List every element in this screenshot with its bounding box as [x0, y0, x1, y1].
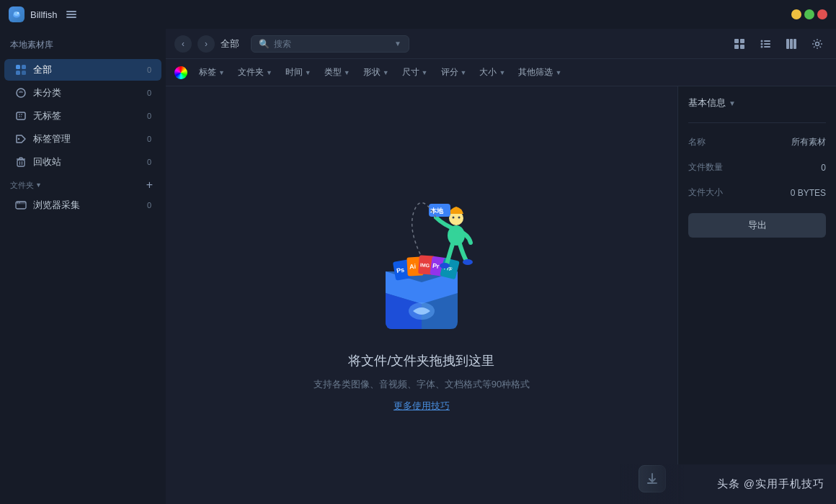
panel-label-size: 文件大小: [688, 186, 723, 199]
svg-rect-11: [17, 112, 25, 120]
content-and-panel: Ps Ai IMG Pr TTF: [166, 86, 836, 504]
panel-title-arrow: ▼: [729, 99, 736, 107]
tagmgr-icon: [14, 132, 27, 145]
svg-point-54: [463, 259, 473, 265]
sidebar-item-tagmgr[interactable]: 标签管理 0: [4, 128, 161, 150]
empty-state: Ps Ai IMG Pr TTF: [314, 178, 530, 413]
filter-filesize-button[interactable]: 大小 ▼: [473, 63, 511, 81]
panel-row-count: 文件数量 0: [688, 158, 826, 176]
close-button[interactable]: ✕: [817, 9, 827, 19]
color-wheel-icon[interactable]: [174, 66, 187, 79]
sidebar-item-uncat[interactable]: 未分类 0: [4, 82, 161, 104]
folders-label: 文件夹: [10, 180, 34, 191]
maximize-button[interactable]: □: [804, 9, 814, 19]
sidebar-item-tagmgr-count: 0: [140, 135, 151, 143]
main-content[interactable]: Ps Ai IMG Pr TTF: [166, 86, 677, 504]
filter-other-label: 其他筛选: [518, 66, 553, 78]
sidebar-item-browser-label: 浏览器采集: [33, 199, 140, 212]
panel-value-name: 所有素材: [791, 136, 826, 148]
search-icon: 🔍: [259, 39, 270, 49]
filter-tag-label: 标签: [199, 66, 216, 78]
menu-icon[interactable]: [66, 9, 78, 20]
svg-point-56: [458, 217, 461, 219]
filter-filesize-label: 大小: [479, 66, 497, 78]
filter-folder-button[interactable]: 文件夹 ▼: [232, 63, 278, 81]
filter-type-arrow: ▼: [344, 69, 350, 76]
filter-rating-button[interactable]: 评分 ▼: [435, 63, 473, 81]
filter-filesize-arrow: ▼: [499, 69, 505, 76]
sidebar-item-notag-label: 无标签: [33, 109, 140, 122]
svg-point-1: [14, 12, 19, 16]
view-columns-icon[interactable]: [781, 34, 801, 54]
filter-tag-button[interactable]: 标签 ▼: [193, 63, 231, 81]
svg-rect-27: [740, 39, 744, 43]
view-grid-icon[interactable]: [729, 34, 750, 54]
settings-icon[interactable]: [807, 34, 827, 54]
svg-rect-26: [734, 39, 739, 43]
svg-text:Pr: Pr: [432, 262, 440, 270]
svg-point-55: [453, 217, 455, 219]
filter-folder-label: 文件夹: [238, 66, 264, 78]
svg-rect-5: [66, 17, 76, 18]
svg-point-53: [440, 263, 450, 269]
forward-button[interactable]: ›: [197, 35, 215, 53]
sidebar-item-uncat-count: 0: [140, 89, 151, 97]
search-dropdown-arrow[interactable]: ▼: [394, 40, 401, 48]
panel-row-size: 文件大小 0 BYTES: [688, 184, 826, 202]
svg-rect-29: [740, 45, 744, 49]
title-bar-left: Billfish: [9, 6, 78, 22]
svg-rect-37: [790, 39, 793, 49]
empty-link[interactable]: 更多使用技巧: [393, 400, 450, 413]
search-input[interactable]: [274, 39, 390, 49]
sidebar-item-browser[interactable]: 浏览器采集 0: [4, 194, 161, 216]
minimize-button[interactable]: —: [791, 9, 801, 19]
panel-label-count: 文件数量: [688, 161, 723, 174]
view-list-icon[interactable]: [755, 34, 775, 54]
notag-icon: [14, 109, 27, 122]
panel-title-text: 基本信息: [688, 96, 726, 109]
panel-section-title: 基本信息 ▼: [688, 96, 826, 109]
search-box[interactable]: 🔍 ▼: [251, 35, 409, 53]
filter-shape-button[interactable]: 形状 ▼: [357, 63, 395, 81]
filter-size-button[interactable]: 尺寸 ▼: [396, 63, 434, 81]
uncat-icon: [14, 86, 27, 99]
empty-illustration: Ps Ai IMG Pr TTF: [350, 178, 494, 336]
svg-rect-28: [734, 45, 739, 49]
svg-point-24: [17, 202, 19, 204]
sidebar-item-tagmgr-label: 标签管理: [33, 132, 140, 145]
svg-rect-3: [66, 11, 76, 12]
sidebar-item-all-label: 全部: [33, 63, 140, 76]
empty-title: 将文件/文件夹拖拽到这里: [348, 352, 494, 369]
svg-rect-6: [16, 65, 20, 69]
sidebar-item-trash-count: 0: [140, 158, 151, 166]
sidebar-item-browser-count: 0: [140, 201, 151, 210]
filter-other-button[interactable]: 其他筛选 ▼: [512, 63, 567, 81]
svg-text:IMG: IMG: [420, 262, 430, 268]
download-button[interactable]: [639, 465, 666, 492]
panel-value-count: 0: [821, 163, 826, 173]
panel-value-size: 0 BYTES: [791, 188, 826, 198]
svg-text:Ps: Ps: [396, 266, 405, 275]
add-folder-button[interactable]: +: [143, 179, 156, 191]
sidebar-item-trash-label: 回收站: [33, 156, 140, 168]
sidebar-item-uncat-label: 未分类: [33, 86, 140, 99]
filter-time-button[interactable]: 时间 ▼: [280, 63, 317, 81]
svg-rect-15: [17, 160, 25, 166]
svg-rect-38: [793, 39, 796, 49]
main-layout: 本地素材库 全部 0 未分类: [0, 29, 836, 504]
back-button[interactable]: ‹: [174, 35, 192, 53]
app-title: Billfish: [30, 9, 58, 20]
filter-type-button[interactable]: 类型 ▼: [319, 63, 356, 81]
sidebar-item-notag-count: 0: [140, 112, 151, 120]
sidebar-header: 本地素材库: [0, 36, 166, 58]
breadcrumb: 全部: [221, 37, 239, 50]
svg-rect-36: [786, 39, 789, 49]
sidebar-item-notag[interactable]: 无标签 0: [4, 105, 161, 127]
local-library-label[interactable]: 本地素材库: [10, 39, 53, 51]
sidebar-item-trash[interactable]: 回收站 0: [4, 151, 161, 173]
export-button[interactable]: 导出: [688, 213, 826, 238]
svg-rect-9: [22, 71, 26, 75]
all-icon: [14, 63, 27, 76]
app-logo: [9, 6, 25, 22]
sidebar-item-all[interactable]: 全部 0: [4, 59, 161, 81]
